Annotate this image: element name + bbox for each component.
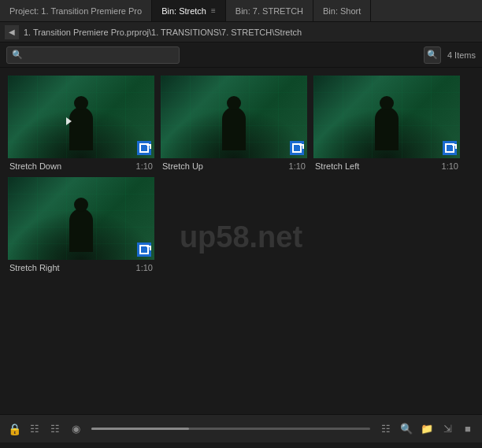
name-stretch-down: Stretch Down xyxy=(9,161,61,171)
name-stretch-right: Stretch Right xyxy=(9,263,60,272)
search-wrapper[interactable]: 🔍 xyxy=(6,46,180,64)
lock-button[interactable]: 🔒 xyxy=(6,421,22,437)
project-tab[interactable]: Project: 1. Transition Premiere Pro xyxy=(0,0,152,21)
new-item-icon: ⇲ xyxy=(443,423,452,435)
thumbnail-stretch-right[interactable] xyxy=(8,177,154,260)
clear-icon: ■ xyxy=(465,423,471,435)
freeform-button[interactable]: ◉ xyxy=(68,421,83,437)
bin-7-stretch-tab[interactable]: Bin: 7. STRETCH xyxy=(226,0,313,21)
search-toolbar-icon: 🔍 xyxy=(400,423,413,435)
sort-icon: ☷ xyxy=(381,423,391,435)
title-bar: Project: 1. Transition Premiere Pro Bin:… xyxy=(0,0,482,22)
list-view-button[interactable]: ☷ xyxy=(27,421,43,437)
sort-button[interactable]: ☷ xyxy=(378,421,394,437)
badge-4 xyxy=(137,243,151,257)
breadcrumb-bar: ◀ 1. Transition Premiere Pro.prproj\1. T… xyxy=(0,22,482,43)
figure-3 xyxy=(375,107,399,150)
new-bin-icon: 📁 xyxy=(421,423,433,435)
back-button[interactable]: ◀ xyxy=(5,25,19,39)
thumbnail-stretch-up[interactable] xyxy=(161,76,307,158)
duration-stretch-left: 1:10 xyxy=(442,161,458,171)
slider-thumb xyxy=(91,428,189,430)
media-item-stretch-down[interactable]: Stretch Down 1:10 xyxy=(8,76,154,171)
badge-2 xyxy=(290,141,304,155)
clear-button[interactable]: ■ xyxy=(460,421,476,437)
label-stretch-down: Stretch Down 1:10 xyxy=(8,161,154,171)
media-item-stretch-up[interactable]: Stretch Up 1:10 xyxy=(161,76,307,171)
search-input[interactable] xyxy=(26,50,168,60)
items-count: 4 Items xyxy=(447,50,476,60)
label-stretch-right: Stretch Right 1:10 xyxy=(8,263,154,272)
watermark: up58.net xyxy=(180,220,302,254)
new-item-button[interactable]: ⇲ xyxy=(439,421,455,437)
filter-icon: 🔍 xyxy=(427,50,438,60)
duration-stretch-right: 1:10 xyxy=(136,263,153,272)
bin-short-label: Bin: Short xyxy=(323,6,361,16)
slider-track[interactable] xyxy=(91,428,370,430)
toolbar-right: ☷ 🔍 📁 ⇲ ■ xyxy=(378,421,476,437)
list-view-icon: ☷ xyxy=(30,423,39,435)
search-right-controls: 🔍 4 Items xyxy=(424,46,476,64)
name-stretch-left: Stretch Left xyxy=(315,161,359,171)
figure-2 xyxy=(222,107,246,150)
badge-inner-2 xyxy=(292,143,302,153)
cursor-overlay xyxy=(66,117,72,125)
new-bin-button[interactable]: 📁 xyxy=(419,421,435,437)
search-icon: 🔍 xyxy=(12,50,23,60)
back-icon: ◀ xyxy=(9,28,15,36)
grid-view-button[interactable]: ☷ xyxy=(47,421,63,437)
media-item-stretch-right[interactable]: Stretch Right 1:10 xyxy=(8,177,154,272)
label-stretch-up: Stretch Up 1:10 xyxy=(161,161,307,171)
bin-7-stretch-label: Bin: 7. STRETCH xyxy=(235,6,303,16)
menu-icon: ≡ xyxy=(211,6,216,15)
bin-stretch-label: Bin: Stretch xyxy=(161,6,206,16)
filter-button[interactable]: 🔍 xyxy=(424,46,441,64)
breadcrumb-path: 1. Transition Premiere Pro.prproj\1. TRA… xyxy=(24,28,302,37)
thumbnail-stretch-left[interactable] xyxy=(313,76,460,158)
figure-4 xyxy=(69,209,93,252)
bottom-toolbar: 🔒 ☷ ☷ ◉ ☷ 🔍 📁 ⇲ ■ xyxy=(0,414,482,442)
bin-stretch-tab[interactable]: Bin: Stretch ≡ xyxy=(152,0,226,21)
badge-inner-3 xyxy=(445,143,454,153)
bin-short-tab[interactable]: Bin: Short xyxy=(313,0,371,21)
badge-3 xyxy=(443,141,457,155)
badge-inner-1 xyxy=(139,143,149,153)
search-toolbar-button[interactable]: 🔍 xyxy=(399,421,414,437)
thumbnail-stretch-down[interactable] xyxy=(8,76,154,158)
badge-1 xyxy=(137,141,151,155)
media-item-stretch-left[interactable]: Stretch Left 1:10 xyxy=(313,76,460,171)
duration-stretch-up: 1:10 xyxy=(289,161,306,171)
duration-stretch-down: 1:10 xyxy=(136,161,153,171)
name-stretch-up: Stretch Up xyxy=(162,161,203,171)
grid-view-icon: ☷ xyxy=(50,423,60,435)
figure-1 xyxy=(69,107,93,150)
label-stretch-left: Stretch Left 1:10 xyxy=(313,161,460,171)
search-bar: 🔍 🔍 4 Items xyxy=(0,43,482,68)
badge-inner-4 xyxy=(139,245,149,254)
content-area: up58.net Stretch Down 1:10 xyxy=(0,68,482,414)
lock-icon: 🔒 xyxy=(8,423,21,435)
freeform-icon: ◉ xyxy=(72,423,80,435)
project-tab-label: Project: 1. Transition Premiere Pro xyxy=(9,6,142,16)
